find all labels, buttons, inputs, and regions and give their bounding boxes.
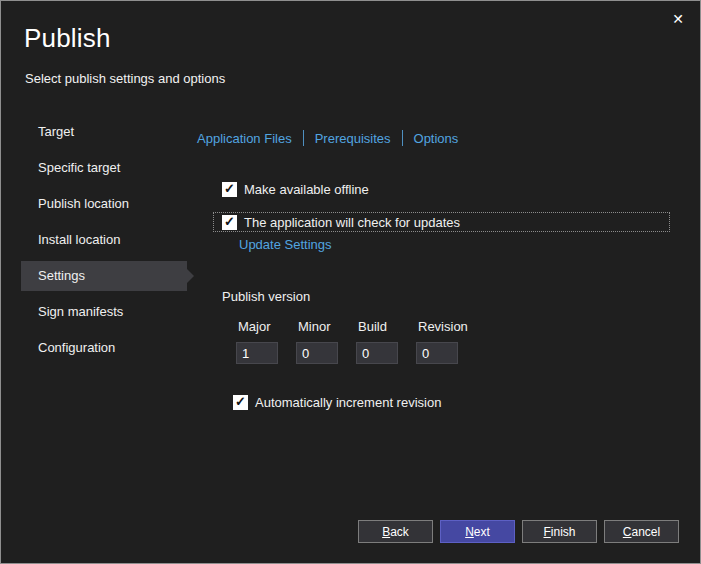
offline-checkbox-row[interactable]: Make available offline xyxy=(222,182,369,197)
sidebar-item-settings[interactable]: Settings xyxy=(21,261,187,291)
tab-separator xyxy=(303,130,304,146)
minor-column: Minor xyxy=(296,319,356,364)
footer-buttons: Back Next Finish Cancel xyxy=(358,520,679,543)
offline-checkbox-label: Make available offline xyxy=(244,182,369,197)
sidebar: Target Specific target Publish location … xyxy=(21,117,187,369)
tab-prerequisites[interactable]: Prerequisites xyxy=(315,131,391,146)
tab-application-files[interactable]: Application Files xyxy=(197,131,292,146)
settings-tabs: Application Files Prerequisites Options xyxy=(197,130,458,146)
sidebar-item-install-location[interactable]: Install location xyxy=(21,225,187,255)
tab-options[interactable]: Options xyxy=(414,131,459,146)
sidebar-item-target[interactable]: Target xyxy=(21,117,187,147)
sidebar-item-specific-target[interactable]: Specific target xyxy=(21,153,187,183)
revision-input[interactable] xyxy=(416,342,458,364)
publish-version-label: Publish version xyxy=(222,289,310,304)
auto-increment-checkbox-row[interactable]: Automatically increment revision xyxy=(233,395,441,410)
minor-input[interactable] xyxy=(296,342,338,364)
close-icon[interactable]: ✕ xyxy=(672,12,684,26)
updates-checkbox-row[interactable]: The application will check for updates xyxy=(213,212,670,232)
sidebar-item-sign-manifests[interactable]: Sign manifests xyxy=(21,297,187,327)
auto-increment-checkbox[interactable] xyxy=(233,395,248,410)
major-label: Major xyxy=(238,319,296,334)
publish-dialog: ✕ Publish Select publish settings and op… xyxy=(0,0,701,564)
build-label: Build xyxy=(358,319,416,334)
major-input[interactable] xyxy=(236,342,278,364)
finish-button[interactable]: Finish xyxy=(522,520,597,543)
next-button[interactable]: Next xyxy=(440,520,515,543)
build-input[interactable] xyxy=(356,342,398,364)
dialog-subtitle: Select publish settings and options xyxy=(25,71,225,86)
updates-checkbox[interactable] xyxy=(222,215,237,230)
tab-separator xyxy=(402,130,403,146)
dialog-title: Publish xyxy=(24,23,111,54)
auto-increment-checkbox-label: Automatically increment revision xyxy=(255,395,441,410)
sidebar-item-configuration[interactable]: Configuration xyxy=(21,333,187,363)
minor-label: Minor xyxy=(298,319,356,334)
major-column: Major xyxy=(236,319,296,364)
updates-checkbox-label: The application will check for updates xyxy=(244,215,460,230)
offline-checkbox[interactable] xyxy=(222,182,237,197)
sidebar-item-publish-location[interactable]: Publish location xyxy=(21,189,187,219)
build-column: Build xyxy=(356,319,416,364)
publish-version-fields: Major Minor Build Revision xyxy=(236,319,476,364)
update-settings-link[interactable]: Update Settings xyxy=(239,237,332,252)
revision-label: Revision xyxy=(418,319,476,334)
revision-column: Revision xyxy=(416,319,476,364)
back-button[interactable]: Back xyxy=(358,520,433,543)
cancel-button[interactable]: Cancel xyxy=(604,520,679,543)
